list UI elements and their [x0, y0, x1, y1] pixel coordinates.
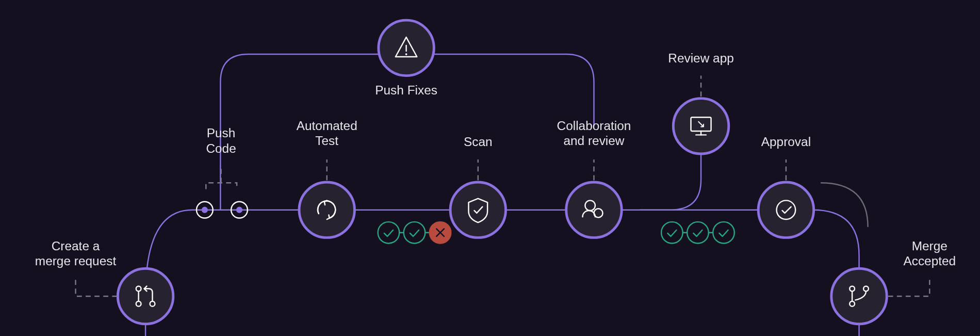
pipeline-review-branch — [640, 154, 701, 210]
svg-point-10 — [378, 222, 400, 244]
label-create-mr: Create amerge request — [35, 239, 117, 268]
label-automated-test: AutomatedTest — [297, 119, 357, 148]
status-chip-fail — [430, 222, 451, 244]
label-merge-accepted: MergeAccepted — [903, 239, 956, 268]
svg-point-23 — [406, 54, 406, 54]
status-test-results — [378, 222, 451, 244]
label-collab: Collaborationand review — [557, 119, 631, 148]
status-chip-pass — [661, 222, 683, 244]
svg-point-11 — [404, 222, 426, 244]
pipeline-main-edge — [145, 210, 859, 336]
approval-arc — [821, 183, 868, 227]
status-review-results — [661, 222, 734, 244]
node-push-code: PushCode — [197, 126, 248, 218]
pipeline-diagram: .edge{stroke:#8c72e0;stroke-width:2;fill… — [0, 0, 980, 336]
svg-point-8 — [299, 182, 354, 237]
svg-point-19 — [687, 222, 709, 244]
status-chip-pass — [713, 222, 734, 244]
status-chip-pass — [378, 222, 400, 244]
svg-point-24 — [673, 99, 728, 154]
svg-point-18 — [661, 222, 683, 244]
node-approval: Approval — [758, 135, 813, 237]
label-scan: Scan — [464, 135, 493, 149]
label-approval: Approval — [761, 135, 811, 149]
node-push-fixes: Push Fixes — [375, 20, 437, 97]
status-chip-pass — [404, 222, 426, 244]
svg-point-5 — [202, 207, 208, 213]
svg-point-0 — [118, 268, 173, 324]
label-review-app: Review app — [668, 51, 734, 65]
svg-point-7 — [236, 207, 242, 213]
label-push-fixes: Push Fixes — [375, 83, 437, 97]
node-scan: Scan — [450, 135, 505, 237]
node-automated-test: AutomatedTest — [297, 119, 357, 238]
node-review-app: Review app — [668, 51, 734, 154]
svg-point-20 — [713, 222, 734, 244]
status-chip-pass — [687, 222, 709, 244]
svg-point-28 — [758, 182, 813, 237]
node-create-merge-request: Create amerge request — [35, 239, 173, 324]
node-merge-accepted: MergeAccepted — [831, 239, 956, 324]
svg-point-30 — [831, 268, 887, 324]
node-collab-review: Collaborationand review — [557, 119, 631, 238]
pipeline-fixes-loop — [220, 54, 594, 210]
svg-point-14 — [566, 182, 622, 237]
svg-point-13 — [450, 182, 505, 237]
